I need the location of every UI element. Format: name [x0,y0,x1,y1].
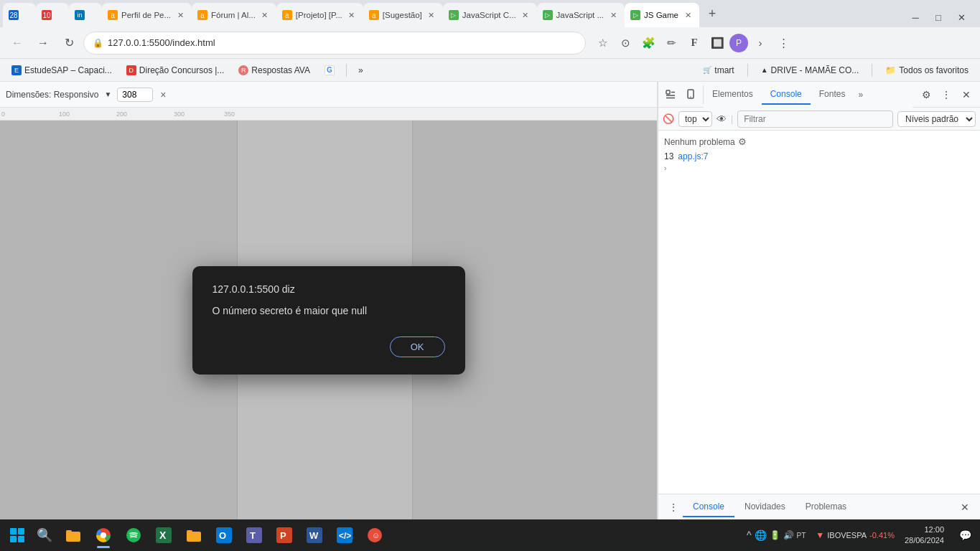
svg-rect-8 [10,536,17,542]
taskbar-powerpoint[interactable]: P [270,521,299,550]
devtools-bottom-close[interactable]: ✕ [956,498,974,517]
tab-9[interactable]: ▷ JavaScript ... ✕ [537,3,625,27]
tab-7-close[interactable]: ✕ [426,9,437,21]
console-arrow-1[interactable]: › [658,163,980,174]
ruler: 0 100 200 300 350 [0,108,657,121]
devtools-device-button[interactable] [681,85,700,104]
bookmarks-more-button[interactable]: » [353,64,369,77]
devtools-settings-button[interactable]: ⚙ [917,85,935,104]
devtools-bottom-tab-console[interactable]: Console [683,497,734,517]
taskbar-spotify[interactable] [119,521,148,550]
tab-7[interactable]: a [Sugestão] ✕ [363,3,443,27]
no-problem-gear[interactable]: ⚙ [738,136,747,147]
tab-7-favicon: a [369,10,379,20]
keyboard-icon[interactable]: PT [797,532,806,540]
tab-10-close[interactable]: ✕ [682,9,694,21]
tab-6-title: [Projeto] [P... [296,11,342,19]
filter-input[interactable] [737,110,893,128]
devtools-tab-fontes[interactable]: Fontes [811,85,854,105]
taskbar-excel[interactable]: X [149,521,178,550]
responsive-close-icon[interactable]: × [160,89,166,100]
tab-10[interactable]: ▷ JS Game ✕ [625,3,699,27]
tab-8-close[interactable]: ✕ [520,9,531,21]
bookmark-respostas-label: Respostas AVA [251,65,310,75]
filter-pipe: | [731,114,733,124]
close-button[interactable]: ✕ [951,7,971,27]
tab-search-button[interactable]: ⊙ [615,32,636,54]
tab-3[interactable]: in [69,3,102,27]
notifications-button[interactable]: 💬 [954,524,976,546]
taskbar-word[interactable]: W [300,521,329,550]
tab-4-close[interactable]: ✕ [174,9,186,21]
profile-button[interactable]: P [729,34,748,52]
alert-ok-button[interactable]: OK [390,336,445,357]
network-icon[interactable]: 🌐 [755,529,767,541]
tab-4[interactable]: a Perfil de Pe... ✕ [102,3,192,27]
volume-icon[interactable]: 🔊 [783,530,794,540]
bookmark-google[interactable]: G [319,64,340,77]
clock[interactable]: 12:00 28/06/2024 [899,524,950,547]
start-button[interactable] [4,522,30,548]
tab-5[interactable]: a Fórum | Al... ✕ [192,3,276,27]
bookmark-drive-label: DRIVE - MAMÃE CO... [771,65,859,75]
stock-ticker[interactable]: ▼ IBOVESPA -0.41% [816,530,895,540]
taskbar-vscode[interactable]: </> [330,521,359,550]
tab-6-close[interactable]: ✕ [346,9,358,21]
font-button[interactable]: F [683,32,705,54]
back-button[interactable]: ← [6,32,29,55]
bookmark-smart-icon: 🛒 [703,66,711,74]
screenshot-button[interactable]: 🔲 [706,32,728,54]
levels-select[interactable]: Níveis padrão [897,111,976,127]
console-content: Nenhum problema ⚙ 13 app.js:7 › [658,131,980,494]
tab-2[interactable]: 10 [36,3,69,27]
devtools-tab-console[interactable]: Console [762,85,811,105]
taskbar-app13[interactable]: ☺ [360,521,389,550]
context-select[interactable]: top [678,111,712,127]
browser-ext-button[interactable]: 🧩 [638,32,659,54]
eye-toggle[interactable]: 👁 [717,113,727,125]
bookmark-drive[interactable]: ▲ DRIVE - MAMÃE CO... [755,64,865,77]
svg-text:T: T [250,530,256,541]
bookmark-estudesap[interactable]: E EstudeSAP – Capaci... [6,64,118,77]
more-menu-button[interactable]: ⋮ [773,32,794,54]
battery-icon[interactable]: 🔋 [770,530,780,540]
maximize-button[interactable]: □ [928,7,948,27]
devtools-top-row: Elementos Console Fontes » ⚙ ⋮ ✕ [658,82,980,108]
devtools-more-button[interactable]: ⋮ [937,85,956,104]
tab-1-favicon: 28 [9,10,19,20]
devtools-close-button[interactable]: ✕ [957,85,976,104]
svg-text:O: O [219,530,226,541]
devtools-more-tabs[interactable]: » [854,87,867,103]
tab-1[interactable]: 28 [3,3,36,27]
bookmarks-all-button[interactable]: 📁 Todos os favoritos [879,64,974,77]
devtools-tab-elementos[interactable]: Elementos [704,85,762,105]
taskbar-teams[interactable]: T [240,521,269,550]
new-tab-button[interactable]: + [702,4,722,24]
tab-5-close[interactable]: ✕ [259,9,271,21]
devtools-inspect-button[interactable] [661,85,680,104]
bookmark-direcao[interactable]: D Direção Concursos |... [121,64,230,77]
devtools-bottom-tab-novidades[interactable]: Novidades [734,497,795,517]
minimize-button[interactable]: ─ [905,7,925,27]
chevron-up-icon[interactable]: ^ [747,529,752,541]
search-button[interactable]: 🔍 [32,522,57,548]
tab-9-close[interactable]: ✕ [607,9,619,21]
tab-6[interactable]: a [Projeto] [P... ✕ [276,3,363,27]
devtools-bottom-tab-problemas[interactable]: Problemas [795,497,857,517]
devtools-bottom-menu[interactable]: ⋮ [664,501,683,513]
taskbar-chrome[interactable] [89,521,118,550]
console-file-1[interactable]: app.js:7 [678,151,708,161]
taskbar-file-explorer[interactable] [59,521,88,550]
bookmark-star-button[interactable]: ☆ [592,32,613,54]
responsive-width-input[interactable] [117,88,153,102]
ext-arrow-button[interactable]: › [750,32,771,54]
bookmark-smart[interactable]: 🛒 tmart [697,64,739,77]
address-bar[interactable]: 🔒 127.0.0.1:5500/index.html [83,32,586,55]
bookmark-respostas[interactable]: R Respostas AVA [233,64,316,77]
forward-button[interactable]: → [32,32,55,55]
pen-button[interactable]: ✏ [661,32,682,54]
tab-8[interactable]: ▷ JavaScript C... ✕ [443,3,537,27]
taskbar-outlook[interactable]: O [210,521,238,550]
reload-button[interactable]: ↻ [57,32,80,55]
taskbar-explorer2[interactable] [179,521,208,550]
